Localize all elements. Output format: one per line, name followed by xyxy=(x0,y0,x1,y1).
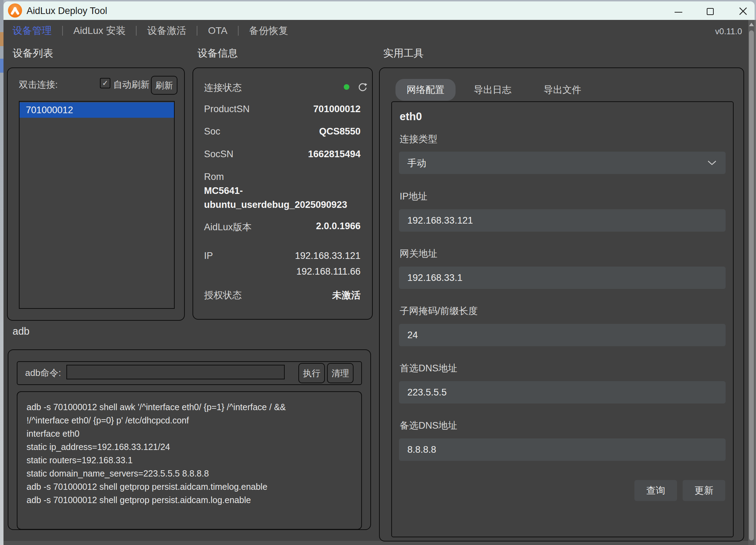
soc-label: Soc xyxy=(204,126,220,137)
network-config-panel: eth0 连接类型 手动 IP地址 网关地址 子网掩码/前缀长度 首选DNS地址… xyxy=(391,101,734,537)
nav-tab-device-management[interactable]: 设备管理 xyxy=(13,24,52,37)
desktop-wallpaper-fragment xyxy=(0,59,3,73)
device-list-panel: 双击连接: ✓ 自动刷新 刷新 701000012 xyxy=(7,67,185,321)
ip-row: IP 192.168.33.121 xyxy=(204,250,361,264)
nav-separator xyxy=(197,26,197,36)
rom-value-line2: ubuntu_userdebug_2025090923 xyxy=(204,199,347,210)
aidlux-version-value: 2.0.0.1966 xyxy=(316,221,361,232)
app-root: AidLux Deploy Tool 设备管理 AidLux 安装 设备激活 O… xyxy=(0,0,756,545)
log-line: adb -s 701000012 shell awk '/^interface … xyxy=(27,400,286,414)
main-nav: 设备管理 AidLux 安装 设备激活 OTA 备份恢复 xyxy=(13,23,288,38)
maximize-icon xyxy=(707,8,714,15)
productsn-value: 701000012 xyxy=(313,104,361,115)
nav-tab-device-activation[interactable]: 设备激活 xyxy=(147,24,186,37)
minimize-icon xyxy=(675,12,682,13)
connection-type-select[interactable]: 手动 xyxy=(399,152,726,174)
clear-button[interactable]: 清理 xyxy=(327,363,354,383)
nav-tab-aidlux-install[interactable]: AidLux 安装 xyxy=(73,24,125,37)
nav-tab-backup-restore[interactable]: 备份恢复 xyxy=(249,24,288,37)
checkmark-icon: ✓ xyxy=(102,79,108,87)
scrollbar-thumb[interactable] xyxy=(749,30,754,540)
minimize-button[interactable] xyxy=(669,3,688,19)
tab-export-logs[interactable]: 导出日志 xyxy=(468,79,517,101)
close-button[interactable] xyxy=(733,3,753,19)
nav-separator xyxy=(238,26,239,36)
productsn-row: ProductSN 701000012 xyxy=(204,104,361,118)
rom-row: Rom xyxy=(204,172,361,186)
window-title: AidLux Deploy Tool xyxy=(27,6,107,16)
app-version: v0.11.0 xyxy=(705,27,742,36)
refresh-icon[interactable] xyxy=(358,82,368,92)
auth-status-row: 授权状态 未激活 xyxy=(204,289,361,303)
socsn-row: SocSN 1662815494 xyxy=(204,149,361,163)
primary-dns-input[interactable] xyxy=(399,381,726,404)
adb-command-input[interactable] xyxy=(66,365,285,379)
adb-log-output[interactable]: adb -s 701000012 shell awk '/^interface … xyxy=(17,391,362,530)
device-listbox[interactable]: 701000012 xyxy=(19,101,175,309)
secondary-dns-input[interactable] xyxy=(399,438,726,461)
log-line: adb -s 701000012 shell getprop persist.a… xyxy=(27,480,267,493)
adb-command-row: adb命令: 执行 清理 xyxy=(17,361,362,385)
execute-button[interactable]: 执行 xyxy=(298,363,325,383)
tools-panel: 网络配置 导出日志 导出文件 eth0 连接类型 手动 IP地址 网关地址 子网… xyxy=(379,67,744,542)
log-line: !/^interface eth0/ {p=0} p' /etc/dhcpcd.… xyxy=(27,414,189,427)
ip-address-input[interactable] xyxy=(399,209,726,232)
aidlux-version-row: AidLux版本 2.0.0.1966 xyxy=(204,221,361,235)
connection-status-label: 连接状态 xyxy=(204,81,242,94)
refresh-button[interactable]: 刷新 xyxy=(151,76,177,95)
status-green-dot-icon xyxy=(344,84,349,90)
log-line: static ip_address=192.168.33.121/24 xyxy=(27,440,170,453)
rom-label: Rom xyxy=(204,172,224,182)
secondary-dns-label: 备选DNS地址 xyxy=(400,419,457,432)
scroll-up-arrow-icon[interactable] xyxy=(749,23,754,26)
auto-refresh-label: 自动刷新 xyxy=(113,79,150,91)
chevron-down-icon xyxy=(707,160,717,166)
desktop-wallpaper-fragment xyxy=(0,32,3,46)
double-click-hint: 双击连接: xyxy=(19,79,58,91)
socsn-label: SocSN xyxy=(204,149,233,160)
interface-name: eth0 xyxy=(400,110,422,123)
nav-tab-ota[interactable]: OTA xyxy=(208,25,227,36)
device-info-panel: 连接状态 ProductSN 701000012 Soc QCS8550 Soc… xyxy=(192,67,373,320)
subnet-mask-label: 子网掩码/前缀长度 xyxy=(400,305,478,317)
titlebar: AidLux Deploy Tool xyxy=(3,1,755,20)
query-button[interactable]: 查询 xyxy=(634,480,677,501)
socsn-value: 1662815494 xyxy=(308,149,361,160)
tab-export-files[interactable]: 导出文件 xyxy=(538,79,587,101)
connection-type-label: 连接类型 xyxy=(400,133,437,145)
gateway-label: 网关地址 xyxy=(400,247,437,260)
auth-status-label: 授权状态 xyxy=(204,289,242,301)
soc-row: Soc QCS8550 xyxy=(204,126,361,140)
device-list-item-selected[interactable]: 701000012 xyxy=(20,102,174,118)
nav-separator xyxy=(62,26,63,36)
desktop-edge xyxy=(0,0,3,545)
ip-value-1: 192.168.33.121 xyxy=(295,250,361,261)
primary-dns-label: 首选DNS地址 xyxy=(400,362,457,375)
ip-row-2: 192.168.111.66 xyxy=(204,266,361,280)
aidlux-version-label: AidLux版本 xyxy=(204,221,252,233)
vertical-scrollbar[interactable] xyxy=(748,20,755,545)
nav-separator xyxy=(136,26,137,36)
log-line: static domain_name_servers=223.5.5.5 8.8… xyxy=(27,467,209,480)
ip-label: IP xyxy=(204,250,213,261)
maximize-button[interactable] xyxy=(700,3,720,19)
ip-address-label: IP地址 xyxy=(400,190,428,203)
gateway-input[interactable] xyxy=(399,267,726,289)
tools-heading: 实用工具 xyxy=(383,46,424,60)
aidlux-logo-icon xyxy=(8,3,22,18)
connection-type-value: 手动 xyxy=(407,157,426,169)
device-list-heading: 设备列表 xyxy=(13,46,53,60)
subnet-mask-input[interactable] xyxy=(399,324,726,346)
adb-command-label: adb命令: xyxy=(25,367,61,379)
tab-network-config[interactable]: 网络配置 xyxy=(395,79,456,101)
adb-heading: adb xyxy=(13,326,29,337)
adb-panel: adb命令: 执行 清理 adb -s 701000012 shell awk … xyxy=(8,349,371,530)
update-button[interactable]: 更新 xyxy=(683,480,725,501)
soc-value: QCS8550 xyxy=(319,126,361,137)
window-edge xyxy=(755,20,756,545)
log-line: adb -s 701000012 shell getprop persist.a… xyxy=(27,493,251,507)
auth-status-value: 未激活 xyxy=(332,289,361,301)
rom-value-line1: MC5641- xyxy=(204,186,243,196)
auto-refresh-checkbox[interactable]: ✓ xyxy=(100,78,110,88)
ip-value-2: 192.168.111.66 xyxy=(296,266,361,277)
